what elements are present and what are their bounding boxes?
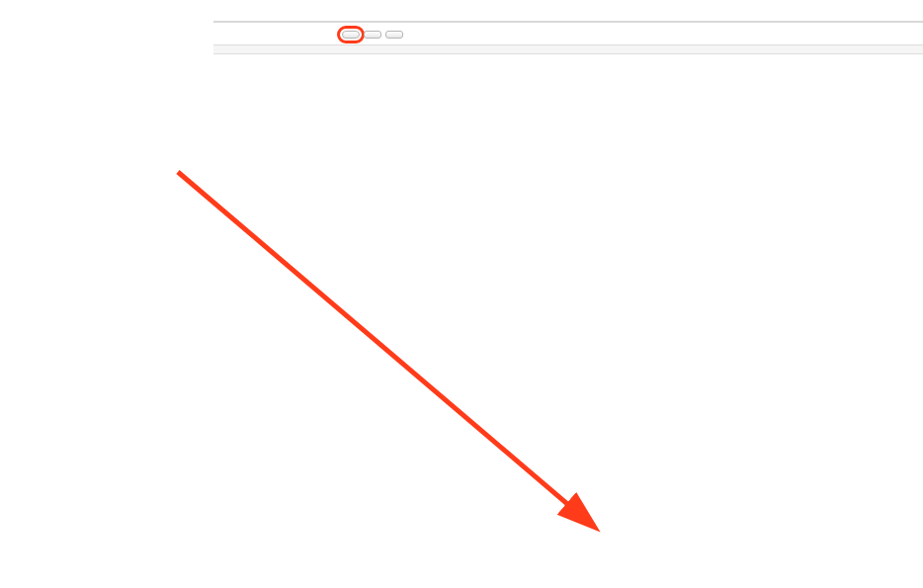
map-lead-fields-button[interactable] bbox=[364, 31, 381, 39]
custom-fields-columns bbox=[213, 44, 923, 54]
sidebar bbox=[0, 0, 213, 54]
custom-fields-header bbox=[213, 21, 923, 44]
col-field-label bbox=[293, 45, 421, 54]
col-installed-package bbox=[609, 45, 826, 54]
field-dependencies-button[interactable] bbox=[385, 31, 403, 39]
main-panel bbox=[213, 0, 923, 54]
col-api-name bbox=[421, 45, 609, 54]
new-button[interactable] bbox=[342, 31, 360, 39]
col-data-type bbox=[826, 45, 923, 54]
col-action bbox=[213, 45, 293, 54]
